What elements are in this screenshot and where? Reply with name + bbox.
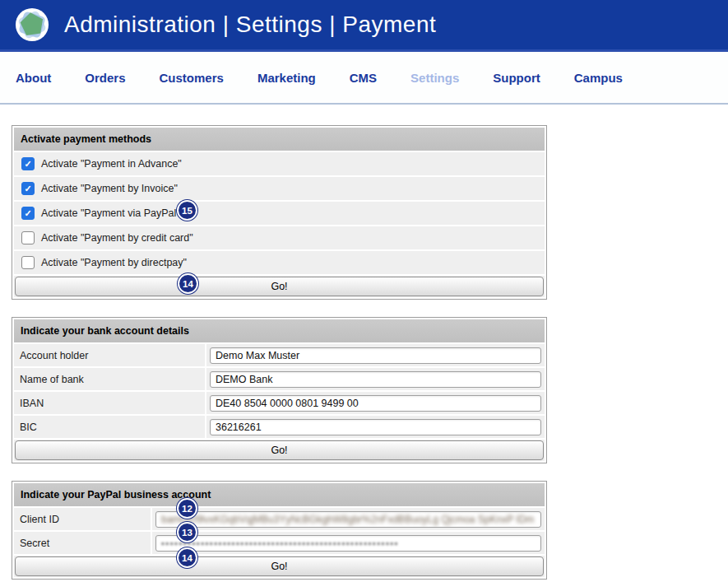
payment-methods-go-button[interactable]: Go! <box>15 277 544 296</box>
payment-methods-header: Activate payment methods <box>14 128 545 151</box>
bank-account-header: Indicate your bank account details <box>14 319 545 342</box>
page-title: Administration | Settings | Payment <box>64 12 436 38</box>
payment-option-label: Activate "Payment in Advance" <box>41 158 182 170</box>
bank-field-row: IBAN <box>14 392 545 414</box>
annotation-badge-14: 14 <box>178 273 198 294</box>
payment-option-row: ✓ Activate "Payment via PayPal" <box>14 202 545 225</box>
paypal-account-header: Indicate your PayPal business account <box>14 483 545 506</box>
annotation-badge-12: 12 <box>177 498 197 519</box>
bank-name-input[interactable] <box>210 371 541 388</box>
account-holder-label: Account holder <box>14 344 205 366</box>
client-id-input[interactable]: bamGf09lvxKGqbVqjMBu3YyNcBGkghW8gbr%2nFx… <box>155 511 541 528</box>
account-holder-input[interactable] <box>210 347 541 364</box>
iban-label: IBAN <box>14 392 205 414</box>
titlebar: Administration | Settings | Payment <box>0 0 728 52</box>
secret-label: Secret <box>14 532 151 554</box>
payment-option-label: Activate "Payment via PayPal" <box>41 207 180 219</box>
annotation-badge-14: 14 <box>177 547 197 568</box>
check-icon: ✓ <box>24 160 31 169</box>
nav-item-cms[interactable]: CMS <box>350 71 377 85</box>
bank-field-row: Name of bank <box>14 368 545 390</box>
iban-input[interactable] <box>210 395 541 412</box>
bank-field-row: BIC <box>14 416 545 438</box>
payment-option-row: ✓ Activate "Payment by Invoice" <box>14 177 545 200</box>
payment-option-checkbox-3[interactable]: ✓ <box>21 231 35 244</box>
nav-item-customers[interactable]: Customers <box>160 71 224 85</box>
payment-option-label: Activate "Payment by credit card" <box>41 232 193 244</box>
nav-item-marketing[interactable]: Marketing <box>257 71 316 85</box>
secret-input[interactable]: ••••••••••••••••••••••••••••••••••••••••… <box>155 535 541 552</box>
payment-option-checkbox-2[interactable]: ✓ <box>21 207 35 220</box>
bic-input[interactable] <box>210 419 541 435</box>
payment-option-row: ✓ Activate "Payment in Advance" <box>14 152 545 175</box>
bank-field-row: Account holder <box>14 344 545 366</box>
bank-name-label: Name of bank <box>14 368 205 390</box>
nav-item-support[interactable]: Support <box>493 71 540 85</box>
main-nav: About Orders Customers Marketing CMS Set… <box>0 52 728 105</box>
paypal-account-go-button[interactable]: Go! <box>15 556 544 576</box>
content-area: Activate payment methods ✓ Activate "Pay… <box>12 125 547 580</box>
payment-option-label: Activate "Payment by Invoice" <box>41 183 178 194</box>
secret-redacted-value: ••••••••••••••••••••••••••••••••••••••••… <box>161 538 399 548</box>
paypal-field-row: Client ID bamGf09lvxKGqbVqjMBu3YyNcBGkgh… <box>14 508 545 530</box>
page: Administration | Settings | Payment Abou… <box>0 0 728 582</box>
nav-item-settings[interactable]: Settings <box>410 71 459 85</box>
paypal-field-row: Secret •••••••••••••••••••••••••••••••••… <box>14 532 545 554</box>
annotation-badge-13: 13 <box>177 522 197 542</box>
client-id-redacted-value: bamGf09lvxKGqbVqjMBu3YyNcBGkghW8gbr%2nFx… <box>161 514 534 525</box>
bic-label: BIC <box>14 416 205 438</box>
check-icon: ✓ <box>24 209 31 218</box>
payment-option-label: Activate "Payment by directpay" <box>41 257 187 268</box>
payment-methods-table: Activate payment methods ✓ Activate "Pay… <box>12 125 547 300</box>
bank-account-table: Indicate your bank account details Accou… <box>12 317 547 463</box>
payment-option-checkbox-1[interactable]: ✓ <box>21 182 35 195</box>
nav-item-orders[interactable]: Orders <box>85 71 125 85</box>
check-icon: ✓ <box>24 184 31 193</box>
payment-option-checkbox-0[interactable]: ✓ <box>21 157 35 170</box>
annotation-badge-15: 15 <box>177 200 197 221</box>
paypal-account-table: Indicate your PayPal business account Cl… <box>12 481 547 580</box>
app-logo-icon <box>15 7 49 42</box>
bank-account-go-button[interactable]: Go! <box>15 440 544 460</box>
payment-option-row: ✓ Activate "Payment by directpay" <box>14 251 545 274</box>
client-id-label: Client ID <box>14 508 151 530</box>
nav-item-about[interactable]: About <box>16 71 51 85</box>
payment-option-row: ✓ Activate "Payment by credit card" <box>14 226 545 249</box>
payment-option-checkbox-4[interactable]: ✓ <box>21 256 35 269</box>
nav-item-campus[interactable]: Campus <box>574 71 623 85</box>
